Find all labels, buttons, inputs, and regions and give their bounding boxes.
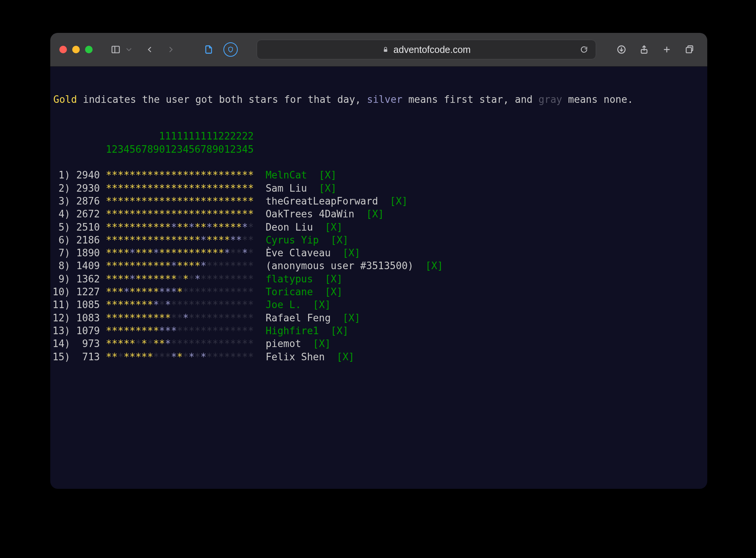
star-row: *************************	[106, 338, 254, 349]
username[interactable]: (anonymous user #3513500)	[266, 260, 414, 271]
leaderboard-row: 10) 1227 ************************* Toric…	[53, 285, 705, 298]
star-row: *************************	[106, 247, 254, 259]
star-row: *************************	[106, 299, 254, 310]
score: 1409	[76, 260, 106, 271]
username[interactable]: Toricane	[266, 286, 313, 298]
rank: 8)	[53, 260, 76, 271]
remove-member-link[interactable]: [X]	[313, 338, 331, 349]
leaderboard-row: 13) 1079 ************************* Highf…	[53, 324, 705, 337]
page-content: Gold indicates the user got both stars f…	[50, 67, 707, 389]
rank: 14)	[53, 338, 76, 349]
rank: 13)	[53, 325, 76, 336]
minimize-window-button[interactable]	[72, 46, 80, 53]
url-text: adventofcode.com	[393, 44, 471, 55]
remove-member-link[interactable]: [X]	[336, 351, 354, 363]
leaderboard-row: 3) 2876 ************************* theGre…	[53, 195, 705, 208]
star-row: *************************	[106, 312, 254, 324]
leaderboard-row: 1) 2940 ************************* MelnCa…	[53, 169, 705, 181]
tab-overview-button[interactable]	[681, 41, 698, 58]
score: 1085	[76, 299, 106, 310]
rank: 4)	[53, 208, 76, 220]
leaderboard-row: 2) 2930 ************************* Sam Li…	[53, 182, 705, 195]
star-row: *************************	[106, 273, 254, 285]
remove-member-link[interactable]: [X]	[325, 273, 342, 285]
username[interactable]: Felix Shen	[266, 351, 325, 363]
window-controls	[59, 46, 93, 53]
tab-group-dropdown-icon[interactable]	[124, 41, 133, 58]
username[interactable]: OakTrees 4DaWin	[266, 208, 355, 220]
rank: 6)	[53, 234, 76, 246]
leaderboard-row: 9) 1362 ************************* flatyp…	[53, 273, 705, 285]
remove-member-link[interactable]: [X]	[390, 195, 407, 207]
svg-rect-0	[112, 46, 119, 53]
downloads-button[interactable]	[613, 41, 630, 58]
score: 2940	[76, 169, 106, 181]
legend-text: Gold indicates the user got both stars f…	[53, 90, 705, 109]
page-icon[interactable]	[200, 41, 217, 58]
score: 1083	[76, 312, 106, 324]
username[interactable]: piemot	[266, 338, 301, 349]
score: 973	[76, 338, 106, 349]
zoom-window-button[interactable]	[85, 46, 93, 53]
leaderboard-row: 15) 713 ************************* Felix …	[53, 350, 705, 363]
svg-rect-8	[686, 48, 691, 53]
star-row: *************************	[106, 325, 254, 336]
remove-member-link[interactable]: [X]	[325, 222, 342, 233]
username[interactable]: Rafael Feng	[266, 312, 331, 324]
score: 2930	[76, 183, 106, 194]
rank: 2)	[53, 183, 76, 194]
legend-gold: Gold	[53, 94, 77, 105]
username[interactable]: Cyrus Yip	[266, 234, 319, 246]
rank: 1)	[53, 169, 76, 181]
address-bar[interactable]: adventofcode.com	[257, 40, 596, 59]
username[interactable]: Highfire1	[266, 325, 319, 336]
rank: 10)	[53, 286, 76, 298]
privacy-shield-icon[interactable]	[223, 42, 238, 57]
username[interactable]: MelnCat	[266, 169, 307, 181]
reload-button[interactable]	[580, 45, 588, 54]
score: 2186	[76, 234, 106, 246]
rank: 9)	[53, 273, 76, 285]
star-row: *************************	[106, 286, 254, 298]
leaderboard-row: 6) 2186 ************************* Cyrus …	[53, 234, 705, 246]
leaderboard-row: 14) 973 ************************* piemot…	[53, 337, 705, 350]
remove-member-link[interactable]: [X]	[366, 208, 384, 220]
remove-member-link[interactable]: [X]	[425, 260, 443, 271]
remove-member-link[interactable]: [X]	[319, 169, 337, 181]
leaderboard-row: 11) 1085 ************************* Joe L…	[53, 298, 705, 311]
star-row: *************************	[106, 260, 254, 271]
remove-member-link[interactable]: [X]	[313, 299, 331, 310]
star-row: *************************	[106, 351, 254, 363]
score: 2876	[76, 195, 106, 207]
remove-member-link[interactable]: [X]	[319, 183, 337, 194]
remove-member-link[interactable]: [X]	[342, 247, 360, 259]
new-tab-button[interactable]	[658, 41, 675, 58]
username[interactable]: Joe L.	[266, 299, 301, 310]
browser-toolbar: adventofcode.com	[50, 33, 707, 67]
remove-member-link[interactable]: [X]	[342, 312, 360, 324]
username[interactable]: flatypus	[266, 273, 313, 285]
forward-button[interactable]	[162, 41, 180, 58]
remove-member-link[interactable]: [X]	[325, 286, 342, 298]
remove-member-link[interactable]: [X]	[331, 325, 349, 336]
sidebar-toggle-button[interactable]	[107, 41, 124, 58]
leaderboard-row: 4) 2672 ************************* OakTre…	[53, 208, 705, 220]
star-row: *************************	[106, 195, 254, 207]
rank: 12)	[53, 312, 76, 324]
day-header: 1111111111222222 12345678901234567890123…	[53, 130, 705, 156]
score: 713	[76, 351, 106, 363]
back-button[interactable]	[141, 41, 158, 58]
remove-member-link[interactable]: [X]	[331, 234, 349, 246]
star-row: *************************	[106, 169, 254, 181]
score: 2672	[76, 208, 106, 220]
share-button[interactable]	[635, 41, 653, 58]
leaderboard-row: 7) 1890 ************************* Ève Cl…	[53, 246, 705, 259]
leaderboard-rows: 1) 2940 ************************* MelnCa…	[53, 169, 705, 363]
username[interactable]: Deon Liu	[266, 222, 313, 233]
username[interactable]: Sam Liu	[266, 183, 307, 194]
rank: 3)	[53, 195, 76, 207]
username[interactable]: Ève Claveau	[266, 247, 331, 259]
leaderboard-row: 12) 1083 ************************* Rafae…	[53, 312, 705, 324]
username[interactable]: theGreatLeapForward	[266, 195, 378, 207]
close-window-button[interactable]	[59, 46, 67, 53]
